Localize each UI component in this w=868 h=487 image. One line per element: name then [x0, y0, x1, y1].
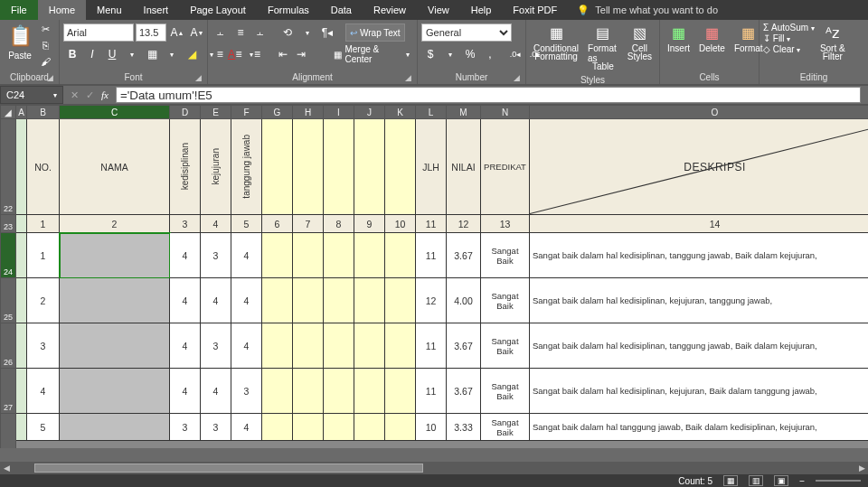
- orientation-button[interactable]: ⟲: [278, 23, 297, 42]
- cell-nilai[interactable]: 3.67: [447, 323, 481, 369]
- cell-deskripsi[interactable]: Sangat baik dalam hal kedisiplinan, keju…: [530, 278, 868, 323]
- tell-me[interactable]: 💡 Tell me what you want to do: [568, 0, 727, 20]
- format-painter-button[interactable]: 🖌: [38, 54, 52, 69]
- fx-icon[interactable]: fx: [101, 89, 108, 100]
- tab-data[interactable]: Data: [320, 0, 363, 20]
- header-nama[interactable]: NAMA: [60, 119, 170, 215]
- row-header-24[interactable]: 24: [0, 233, 16, 278]
- cell-deskripsi[interactable]: Sangat baik dalam hal kedisiplinan, keju…: [530, 369, 868, 414]
- col-M[interactable]: M: [447, 105, 481, 119]
- cell[interactable]: [16, 233, 27, 278]
- cell-jlh[interactable]: 11: [416, 233, 447, 278]
- col-H[interactable]: H: [293, 105, 324, 119]
- cell-jlh[interactable]: 11: [416, 369, 447, 414]
- cell[interactable]: [324, 278, 354, 323]
- num-cell[interactable]: 7: [293, 215, 324, 233]
- cell-val[interactable]: 4: [231, 414, 262, 441]
- tab-formulas[interactable]: Formulas: [257, 0, 320, 20]
- col-K[interactable]: K: [385, 105, 416, 119]
- cell[interactable]: [354, 119, 385, 215]
- name-box-dropdown-icon[interactable]: ▾: [53, 91, 57, 99]
- cell-predikat[interactable]: SangatBaik: [481, 369, 530, 414]
- cell[interactable]: [354, 233, 385, 278]
- cell-val[interactable]: 4: [170, 323, 201, 369]
- cell[interactable]: [324, 369, 354, 414]
- view-page-break-button[interactable]: ▣: [774, 475, 788, 486]
- cell[interactable]: [324, 119, 354, 215]
- cell[interactable]: [354, 369, 385, 414]
- increase-decimal-button[interactable]: .0◂: [506, 45, 524, 63]
- row-header-28[interactable]: [0, 414, 16, 448]
- increase-font-button[interactable]: A▲: [168, 23, 186, 42]
- cell-nama[interactable]: [60, 233, 170, 278]
- cell-deskripsi[interactable]: Sangat baik dalam hal kedisiplinan, tang…: [530, 233, 868, 278]
- tab-view[interactable]: View: [417, 0, 460, 20]
- orientation-menu-icon[interactable]: ▾: [298, 23, 316, 42]
- font-name-select[interactable]: [63, 23, 134, 42]
- cell-val[interactable]: 3: [231, 369, 262, 414]
- cell[interactable]: [262, 369, 293, 414]
- cell-val[interactable]: 3: [201, 233, 231, 278]
- col-E[interactable]: E: [201, 105, 231, 119]
- underline-button[interactable]: U: [103, 45, 121, 63]
- align-middle-button[interactable]: ≡: [231, 23, 250, 42]
- num-cell[interactable]: 1: [27, 215, 60, 233]
- decrease-font-button[interactable]: A▼: [188, 23, 206, 42]
- tab-file[interactable]: File: [0, 0, 38, 20]
- cell-val[interactable]: 4: [231, 323, 262, 369]
- cell[interactable]: [293, 119, 324, 215]
- increase-indent-button[interactable]: ⇥: [293, 45, 310, 63]
- cell[interactable]: [16, 215, 27, 233]
- cell[interactable]: [385, 369, 416, 414]
- copy-button[interactable]: ⎘: [38, 38, 52, 52]
- underline-menu-icon[interactable]: ▾: [123, 45, 141, 63]
- cell-nama[interactable]: [60, 278, 170, 323]
- cell[interactable]: [293, 369, 324, 414]
- tab-help[interactable]: Help: [460, 0, 503, 20]
- col-O[interactable]: O: [530, 105, 868, 119]
- header-predikat[interactable]: PREDIKAT: [481, 119, 530, 215]
- cell[interactable]: [16, 323, 27, 369]
- cell-val[interactable]: 3: [170, 414, 201, 441]
- border-menu-icon[interactable]: ▾: [163, 45, 181, 63]
- cell[interactable]: [354, 278, 385, 323]
- paste-button[interactable]: 📋 Paste: [4, 22, 36, 62]
- cell[interactable]: [16, 369, 27, 414]
- cell-val[interactable]: 4: [170, 278, 201, 323]
- cell-no[interactable]: 1: [27, 233, 60, 278]
- currency-menu-icon[interactable]: ▾: [441, 45, 459, 63]
- cell-deskripsi[interactable]: Sangat baik dalam hal tanggung jawab, Ba…: [530, 414, 868, 441]
- cell-val[interactable]: 4: [201, 278, 231, 323]
- header-nilai[interactable]: NILAI: [447, 119, 481, 215]
- cell-nama[interactable]: [60, 414, 170, 441]
- header-kedisiplinan[interactable]: kedisiplinan: [170, 119, 201, 215]
- cell[interactable]: [385, 119, 416, 215]
- cell-styles-button[interactable]: ▧ Cell Styles: [624, 22, 656, 63]
- name-box[interactable]: C24 ▾: [0, 86, 63, 104]
- formula-cancel-icon[interactable]: ✕: [71, 89, 79, 101]
- cell-nilai[interactable]: 3.33: [447, 414, 481, 441]
- cell[interactable]: [354, 414, 385, 441]
- cell[interactable]: [293, 278, 324, 323]
- num-cell[interactable]: 14: [530, 215, 868, 233]
- font-dialog-icon[interactable]: ◢: [195, 73, 202, 82]
- row-header-22[interactable]: 22: [0, 119, 16, 215]
- cell[interactable]: [262, 233, 293, 278]
- insert-cells-button[interactable]: ▦ Insert: [664, 22, 693, 55]
- col-A[interactable]: A: [16, 105, 27, 119]
- num-cell[interactable]: 13: [481, 215, 530, 233]
- view-normal-button[interactable]: ▦: [723, 475, 738, 486]
- scroll-left-icon[interactable]: ◀: [0, 462, 13, 474]
- num-cell[interactable]: 3: [170, 215, 201, 233]
- cell-deskripsi[interactable]: Sangat baik dalam hal kedisiplinan, tang…: [530, 323, 868, 369]
- cell[interactable]: [324, 323, 354, 369]
- cell-predikat[interactable]: SangatBaik: [481, 323, 530, 369]
- cell[interactable]: [385, 323, 416, 369]
- tab-menu[interactable]: Menu: [86, 0, 133, 20]
- bold-button[interactable]: B: [63, 45, 81, 63]
- num-cell[interactable]: 5: [231, 215, 262, 233]
- clipboard-dialog-icon[interactable]: ◢: [47, 73, 53, 82]
- cell-predikat[interactable]: SangatBaik: [481, 233, 530, 278]
- clear-button[interactable]: ◇ Clear ▾: [763, 44, 815, 54]
- header-kejujuran[interactable]: kejujuran: [201, 119, 231, 215]
